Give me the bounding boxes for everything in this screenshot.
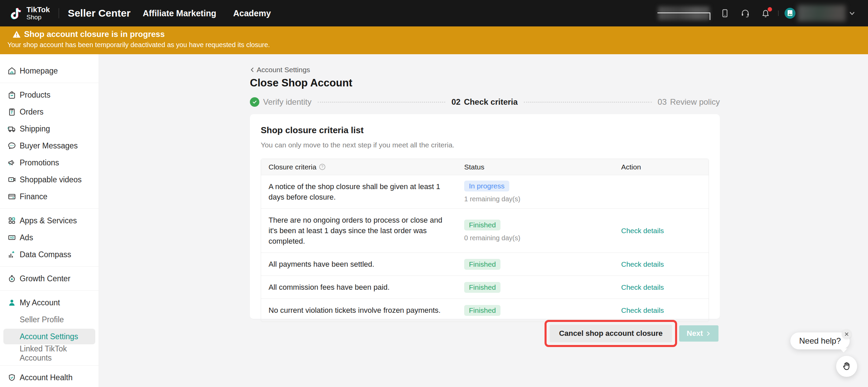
video-camera-icon: [7, 175, 17, 184]
check-details-link[interactable]: Check details: [621, 306, 664, 314]
brand-line1: TikTok: [26, 6, 50, 14]
sidebar-item-label: Promotions: [20, 158, 59, 167]
sidebar-item-shipping[interactable]: Shipping: [0, 120, 99, 137]
sidebar-item-apps-services[interactable]: Apps & Services: [0, 212, 99, 229]
sidebar-item-homepage[interactable]: Homepage: [0, 62, 99, 79]
breadcrumb[interactable]: Account Settings: [250, 66, 310, 74]
red-annotation-box: Cancel shop account closure: [545, 320, 677, 347]
sidebar-item-account-health[interactable]: Account Health: [0, 369, 99, 386]
svg-text:?: ?: [321, 165, 323, 169]
divider: [0, 266, 99, 267]
column-closure-criteria: Closure criteria: [269, 163, 316, 171]
tiktok-shop-logo[interactable]: TikTok Shop: [9, 5, 50, 21]
nav-link-academy[interactable]: Academy: [233, 8, 271, 18]
criteria-text: All commission fees have been paid.: [261, 276, 459, 299]
sidebar-item-label: Buyer Messages: [20, 141, 78, 150]
sidebar-item-linked-tiktok-accounts[interactable]: Linked TikTok Accounts: [0, 345, 99, 362]
table-header-row: Closure criteria ? Status Action: [261, 159, 709, 175]
user-icon: [7, 298, 17, 307]
sidebar-item-label: Shipping: [20, 124, 50, 134]
close-icon[interactable]: [842, 329, 851, 339]
need-help-bubble[interactable]: Need help?: [790, 332, 850, 349]
sidebar-item-label: Homepage: [20, 66, 58, 76]
sidebar-item-shoppable-videos[interactable]: Shoppable videos: [0, 171, 99, 188]
need-help-label: Need help?: [799, 336, 841, 346]
card-description: You can only move to the next step if yo…: [261, 141, 709, 149]
step-label: Verify identity: [263, 97, 312, 107]
criteria-text: A notice of the shop closure shall be gi…: [261, 175, 459, 208]
criteria-text: All payments have been settled.: [261, 253, 459, 276]
sidebar-item-my-account[interactable]: My Account: [0, 294, 99, 311]
notifications-bell-icon[interactable]: [761, 8, 771, 18]
step-number: 03: [658, 97, 667, 107]
warning-banner: Shop account closure is in progress Your…: [0, 26, 868, 54]
column-action: Action: [621, 163, 709, 171]
status-badge: Finished: [464, 220, 500, 230]
sidebar-item-seller-profile[interactable]: Seller Profile: [0, 311, 99, 328]
sidebar-item-label: Account Health: [20, 373, 73, 382]
sidebar-item-label: Products: [20, 90, 51, 100]
footer-actions: Cancel shop account closure Next: [250, 320, 720, 347]
avatar[interactable]: [785, 8, 795, 19]
divider: [0, 290, 99, 291]
check-details-link[interactable]: Check details: [621, 260, 664, 268]
nav-link-affiliate-marketing[interactable]: Affiliate Marketing: [143, 8, 216, 18]
home-icon: [7, 66, 17, 76]
orders-icon: [7, 107, 17, 117]
sidebar-item-products[interactable]: Products: [0, 86, 99, 103]
chevron-down-icon[interactable]: [847, 8, 857, 18]
support-headset-icon[interactable]: [740, 8, 750, 18]
sidebar-item-label: Ads: [20, 233, 33, 242]
warning-icon: [13, 30, 21, 38]
ads-icon: AD: [7, 233, 17, 242]
sidebar-item-label: My Account: [20, 298, 60, 307]
table-row: All payments have been settled. Finished…: [261, 252, 709, 276]
chevron-left-icon: [250, 67, 254, 73]
table-row: There are no ongoing orders to process o…: [261, 208, 709, 252]
sidebar-item-orders[interactable]: Orders: [0, 103, 99, 120]
redacted-text: [658, 6, 710, 20]
check-details-link[interactable]: Check details: [621, 283, 664, 291]
account-health-icon: [7, 373, 17, 382]
card-heading: Shop closure criteria list: [261, 125, 709, 136]
help-hand-button[interactable]: [836, 356, 857, 377]
sidebar-item-buyer-messages[interactable]: Buyer Messages: [0, 137, 99, 154]
check-icon: [250, 97, 259, 107]
sidebar-item-growth-center[interactable]: Growth Center: [0, 270, 99, 287]
next-button-label: Next: [687, 329, 703, 338]
sidebar-item-finance[interactable]: Finance: [0, 188, 99, 205]
step-separator: [318, 102, 446, 103]
shipping-truck-icon: [7, 124, 17, 134]
table-row: All commission fees have been paid. Fini…: [261, 276, 709, 299]
sidebar-item-ads[interactable]: AD Ads: [0, 229, 99, 246]
status-badge: Finished: [464, 305, 500, 316]
step-separator: [524, 102, 652, 103]
apps-grid-icon: [7, 216, 17, 225]
step-number: 02: [451, 97, 460, 107]
data-compass-icon: [7, 250, 17, 259]
chevron-right-icon: [706, 331, 711, 336]
sidebar-item-label: Finance: [20, 192, 47, 201]
sidebar-item-data-compass[interactable]: Data Compass: [0, 246, 99, 263]
check-details-link[interactable]: Check details: [621, 227, 664, 235]
table-row: No current violation tickets involve fro…: [261, 299, 709, 322]
finance-card-icon: [7, 192, 17, 201]
step-label: Check criteria: [464, 97, 518, 107]
status-note: 0 remaining day(s): [464, 234, 621, 242]
step-review-policy: 03 Review policy: [658, 97, 720, 107]
divider: [0, 365, 99, 366]
step-verify-identity: Verify identity: [250, 97, 312, 107]
column-status: Status: [464, 163, 621, 171]
criteria-card: Shop closure criteria list You can only …: [250, 114, 720, 319]
sidebar-item-account-settings[interactable]: Account Settings: [3, 329, 95, 344]
status-badge: In progress: [464, 181, 509, 191]
cancel-shop-account-closure-button[interactable]: Cancel shop account closure: [550, 325, 672, 342]
criteria-text: There are no ongoing orders to process o…: [261, 209, 459, 252]
help-question-icon[interactable]: ?: [319, 164, 326, 170]
nav-link-seller-center[interactable]: Seller Center: [68, 7, 131, 19]
sidebar-item-promotions[interactable]: Promotions: [0, 154, 99, 171]
sidebar-item-label: Orders: [20, 107, 43, 117]
next-button[interactable]: Next: [679, 325, 718, 342]
mobile-app-icon[interactable]: [720, 8, 730, 18]
sidebar-item-label: Apps & Services: [20, 216, 77, 225]
